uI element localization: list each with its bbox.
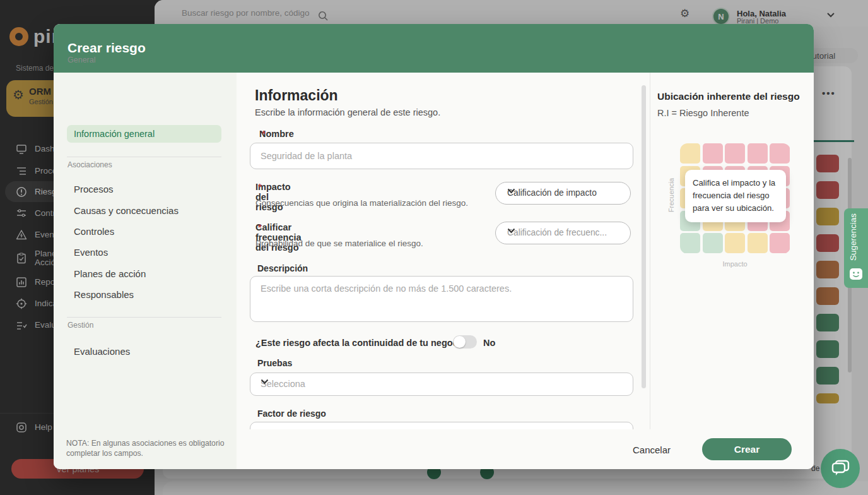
nav-item-controles[interactable]: Controles	[74, 226, 114, 237]
nombre-placeholder: Seguridad de la planta	[261, 151, 352, 161]
frecuencia-dropdown[interactable]: Calificación de frecuenc...	[495, 222, 631, 244]
continuidad-toggle[interactable]	[453, 335, 477, 349]
suggestions-tab[interactable]: Sugerencias	[844, 208, 868, 288]
heatmap-cell	[770, 143, 790, 164]
pruebas-label: Pruebas	[257, 358, 292, 368]
modal-footer: Cancelar Crear	[237, 429, 814, 469]
pruebas-dropdown[interactable]: Selecciona	[250, 373, 633, 396]
required-asterisk: *	[262, 129, 266, 139]
heatmap-cell	[680, 143, 700, 164]
nav-section-asociaciones: Asociaciones	[67, 160, 112, 169]
heatmap-cell	[725, 143, 745, 164]
heatmap-cell	[748, 233, 768, 253]
descripcion-label: Descripción	[257, 263, 308, 273]
heatmap-cell	[748, 143, 768, 164]
required-asterisk: *	[258, 182, 262, 192]
nav-note: NOTA: En algunas asociaciones es obligat…	[66, 438, 229, 458]
nav-item-responsables[interactable]: Responsables	[74, 289, 134, 300]
create-button[interactable]: Crear	[702, 438, 792, 460]
screen: Buscar riesgo por nombre, código ⚙ N Hol…	[0, 0, 868, 495]
nav-divider	[67, 157, 221, 157]
nav-section-general: General	[67, 56, 95, 64]
modal-scrollbar[interactable]	[642, 85, 646, 388]
nav-item-eventos[interactable]: Eventos	[74, 247, 108, 258]
impact-axis-label: Impacto	[713, 260, 757, 268]
impacto-dropdown[interactable]: Calificación de impacto	[495, 182, 631, 205]
modal-header	[54, 24, 814, 73]
toggle-knob	[454, 336, 466, 348]
heatmap-cell	[770, 233, 790, 253]
suggestions-tab-label: Sugerencias	[848, 213, 858, 261]
ubicacion-heading: Ubicación inherente del riesgo	[657, 91, 800, 102]
column-divider	[650, 73, 650, 429]
modal-title: Crear riesgo	[67, 40, 146, 56]
heatmap-cell	[680, 233, 700, 253]
form-heading: Información	[255, 87, 338, 104]
nombre-input[interactable]: Seguridad de la planta	[250, 143, 633, 169]
chat-widget-button[interactable]	[821, 449, 860, 488]
descripcion-textarea[interactable]: Escribe una corta descripción de no más …	[250, 276, 633, 322]
crear-riesgo-modal: Crear riesgo General Información general…	[54, 24, 814, 469]
frecuencia-description: Probabilidad de que se materialice el ri…	[255, 239, 423, 248]
impacto-description: Consecuencias que origina la materializa…	[255, 198, 468, 208]
frequency-axis-label: Frecuencia	[667, 160, 675, 230]
smiley-icon	[849, 268, 863, 282]
nav-item-evaluaciones[interactable]: Evaluaciones	[74, 346, 130, 357]
nav-item-planes-de-accion[interactable]: Planes de acción	[74, 268, 146, 279]
nav-item-causas-y-consecuencias[interactable]: Causas y concecuencias	[74, 205, 179, 216]
heatmap-tooltip-text: Califica el impacto y la frecuencia del …	[693, 177, 780, 215]
nav-section-gestion: Gestión	[67, 321, 93, 330]
factor-label: Factor de riesgo	[257, 409, 326, 419]
required-asterisk: *	[258, 222, 262, 232]
ubicacion-subheading: R.I = Riesgo Inherente	[657, 108, 749, 118]
continuidad-question: ¿Este riesgo afecta la continuidad de tu…	[255, 338, 471, 348]
nav-item-informacion-general[interactable]: Información general	[67, 125, 221, 143]
cancel-button[interactable]: Cancelar	[623, 444, 680, 455]
heatmap-tooltip: Califica el impacto y la frecuencia del …	[685, 170, 786, 222]
heatmap-cell	[703, 233, 723, 253]
heatmap-cell	[703, 143, 723, 164]
form-subheading: Escribe la información general de este r…	[255, 107, 440, 117]
nav-item-procesos[interactable]: Procesos	[74, 184, 114, 194]
heatmap-cell	[725, 233, 745, 253]
continuidad-value: No	[483, 338, 495, 348]
descripcion-placeholder: Escribe una corta descripción de no más …	[261, 283, 512, 294]
chat-bubbles-icon	[831, 460, 850, 477]
nav-divider	[67, 317, 221, 318]
